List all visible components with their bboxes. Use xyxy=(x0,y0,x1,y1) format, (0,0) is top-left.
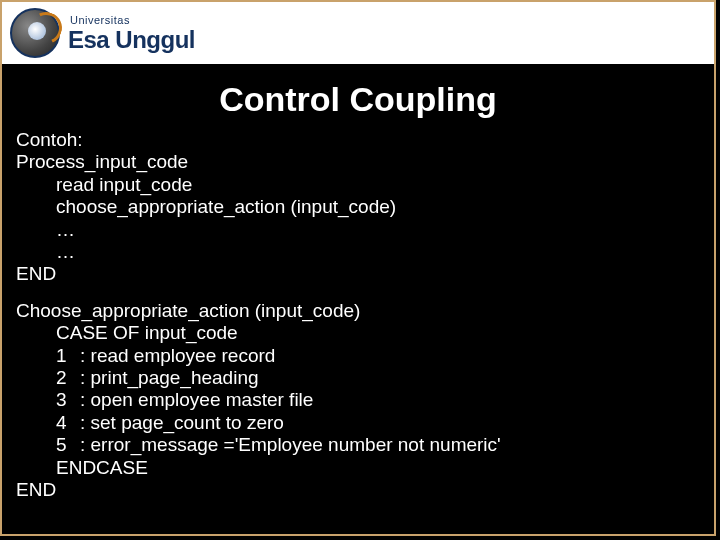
case-text: : set page_count to zero xyxy=(80,412,284,434)
code-line: Contoh: xyxy=(16,129,700,151)
case-number: 3 xyxy=(56,389,80,411)
case-number: 5 xyxy=(56,434,80,456)
university-logo-icon xyxy=(10,8,60,58)
case-number: 2 xyxy=(56,367,80,389)
code-line: choose_appropriate_action (input_code) xyxy=(16,196,700,218)
code-line: … xyxy=(16,241,700,263)
case-text: : open employee master file xyxy=(80,389,313,411)
case-row: 4 : set page_count to zero xyxy=(16,412,700,434)
case-row: 5 : error_message ='Employee number not … xyxy=(16,434,700,456)
case-row: 1 : read employee record xyxy=(16,345,700,367)
code-line: END xyxy=(16,479,700,501)
slide-content: Contoh: Process_input_code read input_co… xyxy=(2,129,714,502)
case-number: 4 xyxy=(56,412,80,434)
case-text: : error_message ='Employee number not nu… xyxy=(80,434,501,456)
code-line: … xyxy=(16,219,700,241)
code-line: ENDCASE xyxy=(16,457,700,479)
code-line: CASE OF input_code xyxy=(16,322,700,344)
header-bar: Universitas Esa Unggul xyxy=(2,2,714,64)
case-text: : read employee record xyxy=(80,345,275,367)
university-small-label: Universitas xyxy=(70,15,195,26)
slide-title: Control Coupling xyxy=(2,80,714,119)
case-row: 3 : open employee master file xyxy=(16,389,700,411)
university-name: Universitas Esa Unggul xyxy=(68,15,195,52)
case-text: : print_page_heading xyxy=(80,367,259,389)
slide: Universitas Esa Unggul Control Coupling … xyxy=(0,0,716,536)
case-number: 1 xyxy=(56,345,80,367)
case-row: 2 : print_page_heading xyxy=(16,367,700,389)
code-line: Choose_appropriate_action (input_code) xyxy=(16,300,700,322)
code-line: END xyxy=(16,263,700,285)
code-line: read input_code xyxy=(16,174,700,196)
code-line: Process_input_code xyxy=(16,151,700,173)
university-big-label: Esa Unggul xyxy=(68,28,195,52)
